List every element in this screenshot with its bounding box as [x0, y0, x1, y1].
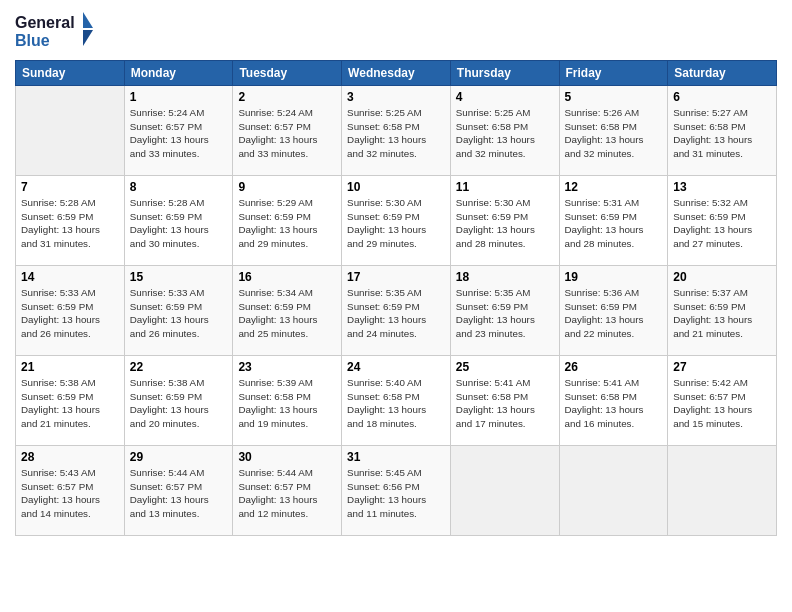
calendar-week-row: 28Sunrise: 5:43 AMSunset: 6:57 PMDayligh… — [16, 446, 777, 536]
calendar-cell: 14Sunrise: 5:33 AMSunset: 6:59 PMDayligh… — [16, 266, 125, 356]
page-header: General Blue — [15, 10, 777, 52]
day-number: 25 — [456, 360, 554, 374]
day-info: Sunrise: 5:24 AMSunset: 6:57 PMDaylight:… — [130, 106, 228, 161]
day-info: Sunrise: 5:26 AMSunset: 6:58 PMDaylight:… — [565, 106, 663, 161]
calendar-cell: 5Sunrise: 5:26 AMSunset: 6:58 PMDaylight… — [559, 86, 668, 176]
weekday-header-wednesday: Wednesday — [342, 61, 451, 86]
day-number: 8 — [130, 180, 228, 194]
day-number: 28 — [21, 450, 119, 464]
day-number: 31 — [347, 450, 445, 464]
day-info: Sunrise: 5:37 AMSunset: 6:59 PMDaylight:… — [673, 286, 771, 341]
day-info: Sunrise: 5:29 AMSunset: 6:59 PMDaylight:… — [238, 196, 336, 251]
day-number: 23 — [238, 360, 336, 374]
day-number: 6 — [673, 90, 771, 104]
day-info: Sunrise: 5:40 AMSunset: 6:58 PMDaylight:… — [347, 376, 445, 431]
day-info: Sunrise: 5:25 AMSunset: 6:58 PMDaylight:… — [347, 106, 445, 161]
day-number: 18 — [456, 270, 554, 284]
day-number: 9 — [238, 180, 336, 194]
day-info: Sunrise: 5:42 AMSunset: 6:57 PMDaylight:… — [673, 376, 771, 431]
day-info: Sunrise: 5:33 AMSunset: 6:59 PMDaylight:… — [130, 286, 228, 341]
day-info: Sunrise: 5:41 AMSunset: 6:58 PMDaylight:… — [456, 376, 554, 431]
weekday-header-monday: Monday — [124, 61, 233, 86]
logo-svg: General Blue — [15, 10, 95, 52]
calendar-cell: 10Sunrise: 5:30 AMSunset: 6:59 PMDayligh… — [342, 176, 451, 266]
day-info: Sunrise: 5:39 AMSunset: 6:58 PMDaylight:… — [238, 376, 336, 431]
day-number: 14 — [21, 270, 119, 284]
calendar-week-row: 21Sunrise: 5:38 AMSunset: 6:59 PMDayligh… — [16, 356, 777, 446]
day-info: Sunrise: 5:45 AMSunset: 6:56 PMDaylight:… — [347, 466, 445, 521]
calendar-cell: 18Sunrise: 5:35 AMSunset: 6:59 PMDayligh… — [450, 266, 559, 356]
day-info: Sunrise: 5:38 AMSunset: 6:59 PMDaylight:… — [130, 376, 228, 431]
day-info: Sunrise: 5:38 AMSunset: 6:59 PMDaylight:… — [21, 376, 119, 431]
day-number: 22 — [130, 360, 228, 374]
calendar-cell: 29Sunrise: 5:44 AMSunset: 6:57 PMDayligh… — [124, 446, 233, 536]
day-info: Sunrise: 5:41 AMSunset: 6:58 PMDaylight:… — [565, 376, 663, 431]
calendar-cell: 24Sunrise: 5:40 AMSunset: 6:58 PMDayligh… — [342, 356, 451, 446]
day-number: 5 — [565, 90, 663, 104]
calendar-cell: 3Sunrise: 5:25 AMSunset: 6:58 PMDaylight… — [342, 86, 451, 176]
day-number: 17 — [347, 270, 445, 284]
calendar-cell — [450, 446, 559, 536]
day-number: 21 — [21, 360, 119, 374]
day-number: 1 — [130, 90, 228, 104]
day-info: Sunrise: 5:30 AMSunset: 6:59 PMDaylight:… — [347, 196, 445, 251]
calendar-cell: 22Sunrise: 5:38 AMSunset: 6:59 PMDayligh… — [124, 356, 233, 446]
day-number: 30 — [238, 450, 336, 464]
calendar-cell: 15Sunrise: 5:33 AMSunset: 6:59 PMDayligh… — [124, 266, 233, 356]
weekday-header-row: SundayMondayTuesdayWednesdayThursdayFrid… — [16, 61, 777, 86]
day-number: 10 — [347, 180, 445, 194]
calendar-cell: 11Sunrise: 5:30 AMSunset: 6:59 PMDayligh… — [450, 176, 559, 266]
day-info: Sunrise: 5:33 AMSunset: 6:59 PMDaylight:… — [21, 286, 119, 341]
day-info: Sunrise: 5:34 AMSunset: 6:59 PMDaylight:… — [238, 286, 336, 341]
calendar-cell: 20Sunrise: 5:37 AMSunset: 6:59 PMDayligh… — [668, 266, 777, 356]
day-number: 11 — [456, 180, 554, 194]
calendar-cell: 8Sunrise: 5:28 AMSunset: 6:59 PMDaylight… — [124, 176, 233, 266]
day-number: 12 — [565, 180, 663, 194]
day-info: Sunrise: 5:28 AMSunset: 6:59 PMDaylight:… — [21, 196, 119, 251]
day-info: Sunrise: 5:43 AMSunset: 6:57 PMDaylight:… — [21, 466, 119, 521]
calendar-cell — [668, 446, 777, 536]
calendar-week-row: 1Sunrise: 5:24 AMSunset: 6:57 PMDaylight… — [16, 86, 777, 176]
day-info: Sunrise: 5:28 AMSunset: 6:59 PMDaylight:… — [130, 196, 228, 251]
day-info: Sunrise: 5:35 AMSunset: 6:59 PMDaylight:… — [456, 286, 554, 341]
logo: General Blue — [15, 10, 95, 52]
day-info: Sunrise: 5:24 AMSunset: 6:57 PMDaylight:… — [238, 106, 336, 161]
day-info: Sunrise: 5:31 AMSunset: 6:59 PMDaylight:… — [565, 196, 663, 251]
day-info: Sunrise: 5:35 AMSunset: 6:59 PMDaylight:… — [347, 286, 445, 341]
day-info: Sunrise: 5:30 AMSunset: 6:59 PMDaylight:… — [456, 196, 554, 251]
day-info: Sunrise: 5:27 AMSunset: 6:58 PMDaylight:… — [673, 106, 771, 161]
calendar-cell: 27Sunrise: 5:42 AMSunset: 6:57 PMDayligh… — [668, 356, 777, 446]
day-number: 20 — [673, 270, 771, 284]
calendar-cell: 2Sunrise: 5:24 AMSunset: 6:57 PMDaylight… — [233, 86, 342, 176]
calendar-cell: 13Sunrise: 5:32 AMSunset: 6:59 PMDayligh… — [668, 176, 777, 266]
calendar-cell: 12Sunrise: 5:31 AMSunset: 6:59 PMDayligh… — [559, 176, 668, 266]
day-info: Sunrise: 5:44 AMSunset: 6:57 PMDaylight:… — [130, 466, 228, 521]
weekday-header-saturday: Saturday — [668, 61, 777, 86]
svg-marker-3 — [83, 30, 93, 46]
day-number: 29 — [130, 450, 228, 464]
day-info: Sunrise: 5:44 AMSunset: 6:57 PMDaylight:… — [238, 466, 336, 521]
calendar-cell — [559, 446, 668, 536]
calendar-cell: 31Sunrise: 5:45 AMSunset: 6:56 PMDayligh… — [342, 446, 451, 536]
calendar-cell: 6Sunrise: 5:27 AMSunset: 6:58 PMDaylight… — [668, 86, 777, 176]
day-number: 2 — [238, 90, 336, 104]
weekday-header-tuesday: Tuesday — [233, 61, 342, 86]
day-info: Sunrise: 5:36 AMSunset: 6:59 PMDaylight:… — [565, 286, 663, 341]
svg-text:General: General — [15, 14, 75, 31]
day-number: 19 — [565, 270, 663, 284]
day-number: 16 — [238, 270, 336, 284]
day-number: 26 — [565, 360, 663, 374]
day-number: 4 — [456, 90, 554, 104]
day-number: 7 — [21, 180, 119, 194]
day-info: Sunrise: 5:32 AMSunset: 6:59 PMDaylight:… — [673, 196, 771, 251]
calendar-body: 1Sunrise: 5:24 AMSunset: 6:57 PMDaylight… — [16, 86, 777, 536]
day-number: 13 — [673, 180, 771, 194]
calendar-cell: 28Sunrise: 5:43 AMSunset: 6:57 PMDayligh… — [16, 446, 125, 536]
calendar-cell: 9Sunrise: 5:29 AMSunset: 6:59 PMDaylight… — [233, 176, 342, 266]
calendar-cell: 7Sunrise: 5:28 AMSunset: 6:59 PMDaylight… — [16, 176, 125, 266]
calendar-cell: 23Sunrise: 5:39 AMSunset: 6:58 PMDayligh… — [233, 356, 342, 446]
day-number: 15 — [130, 270, 228, 284]
calendar-week-row: 14Sunrise: 5:33 AMSunset: 6:59 PMDayligh… — [16, 266, 777, 356]
calendar-cell: 17Sunrise: 5:35 AMSunset: 6:59 PMDayligh… — [342, 266, 451, 356]
calendar-cell: 4Sunrise: 5:25 AMSunset: 6:58 PMDaylight… — [450, 86, 559, 176]
